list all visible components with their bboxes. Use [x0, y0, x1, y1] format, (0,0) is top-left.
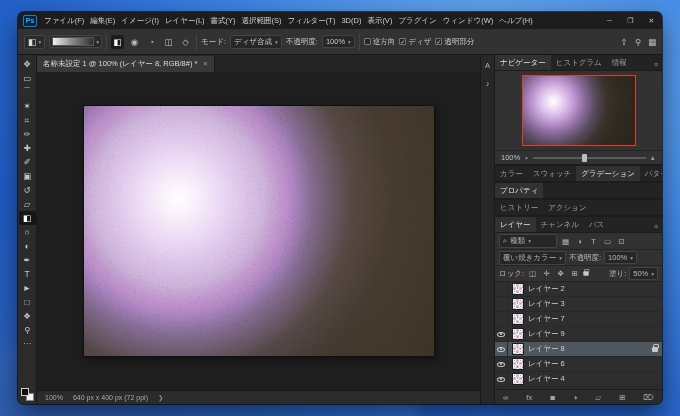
- filter-pixel-layers-icon[interactable]: ▦: [560, 235, 571, 247]
- transparency-checkbox[interactable]: 透明部分: [435, 37, 474, 47]
- type-tool[interactable]: T: [19, 267, 36, 281]
- minimize-button[interactable]: ─: [599, 12, 620, 29]
- layer-row[interactable]: レイヤー 7: [495, 312, 662, 327]
- menu-view[interactable]: 表示(V): [364, 12, 395, 29]
- opacity-select[interactable]: 100% ▾: [322, 35, 355, 48]
- filter-adjustment-layers-icon[interactable]: ◑: [574, 235, 585, 247]
- tab-swatches[interactable]: スウォッチ: [528, 166, 576, 181]
- layer-thumbnail[interactable]: [512, 313, 524, 325]
- path-selection-tool[interactable]: ►: [19, 281, 36, 295]
- layer-blend-mode-select[interactable]: 覆い焼きカラー ▾: [499, 251, 566, 265]
- layer-fill-select[interactable]: 50% ▾: [629, 267, 658, 280]
- maximize-button[interactable]: ❐: [620, 12, 641, 29]
- linear-gradient-button[interactable]: ◧: [111, 35, 124, 49]
- adjustment-layer-icon[interactable]: ◑: [573, 393, 578, 402]
- menu-file[interactable]: ファイル(F): [41, 12, 87, 29]
- tab-color[interactable]: カラー: [495, 166, 528, 181]
- slider-thumb[interactable]: [582, 154, 587, 162]
- layer-filter-type-select[interactable]: ⌕ 種類 ▾: [499, 234, 557, 248]
- menu-filter[interactable]: フィルター(T): [285, 12, 339, 29]
- menu-window[interactable]: ウィンドウ(W): [440, 12, 496, 29]
- marquee-tool[interactable]: ▭: [19, 71, 36, 85]
- navigator-proxy-view[interactable]: [522, 75, 636, 146]
- lock-pixels-icon[interactable]: ✛: [541, 268, 552, 280]
- tab-paths[interactable]: パス: [584, 217, 609, 232]
- share-icon[interactable]: ⇧: [621, 37, 628, 47]
- collapsed-panel-icon-1[interactable]: A: [485, 61, 490, 70]
- tab-patterns[interactable]: パターン: [640, 166, 662, 181]
- layer-visibility-toggle[interactable]: [495, 327, 508, 341]
- tab-gradients[interactable]: グラデーション: [576, 166, 640, 181]
- layer-opacity-select[interactable]: 100% ▾: [604, 251, 637, 264]
- clone-stamp-tool[interactable]: ▣: [19, 169, 36, 183]
- tab-navigator[interactable]: ナビゲーター: [495, 55, 551, 70]
- lock-position-icon[interactable]: ✥: [555, 268, 566, 280]
- gradient-tool[interactable]: ◧: [19, 211, 36, 225]
- zoom-out-icon[interactable]: ▲: [524, 155, 528, 160]
- layer-thumbnail[interactable]: [512, 373, 524, 385]
- zoom-tool[interactable]: ⚲: [19, 323, 36, 337]
- new-layer-icon[interactable]: ⊞: [619, 393, 625, 402]
- layer-visibility-toggle[interactable]: [495, 372, 508, 386]
- layer-thumbnail[interactable]: [512, 283, 524, 295]
- edit-toolbar-icon[interactable]: ⋯: [19, 337, 36, 349]
- filter-smart-object-icon[interactable]: ⊡: [616, 235, 627, 247]
- status-options-chevron-icon[interactable]: ❯: [158, 394, 163, 402]
- layer-effects-icon[interactable]: fx: [526, 393, 532, 402]
- tab-properties[interactable]: プロパティ: [495, 183, 543, 198]
- filter-shape-layers-icon[interactable]: ▭: [602, 235, 613, 247]
- menu-3d[interactable]: 3D(D): [338, 12, 364, 29]
- menu-plugins[interactable]: プラグイン: [395, 12, 439, 29]
- diamond-gradient-button[interactable]: ◇: [179, 35, 192, 49]
- tab-info[interactable]: 情報: [607, 55, 632, 70]
- lasso-tool[interactable]: ⌒: [19, 85, 36, 99]
- close-button[interactable]: ✕: [641, 12, 662, 29]
- dodge-tool[interactable]: ◐: [19, 239, 36, 253]
- layer-mask-icon[interactable]: ◙: [550, 393, 555, 402]
- layer-thumbnail[interactable]: [512, 358, 524, 370]
- foreground-color-swatch[interactable]: [21, 388, 29, 396]
- angle-gradient-button[interactable]: ◔: [145, 35, 158, 49]
- status-zoom-field[interactable]: 100%: [45, 394, 63, 401]
- layer-row[interactable]: レイヤー 4: [495, 372, 662, 387]
- dither-checkbox[interactable]: ディザ: [399, 37, 431, 47]
- shape-tool[interactable]: □: [19, 295, 36, 309]
- move-tool[interactable]: ✥: [19, 57, 36, 71]
- layer-thumbnail[interactable]: [512, 328, 524, 340]
- search-icon[interactable]: ⚲: [635, 37, 641, 47]
- color-swatches[interactable]: [21, 388, 34, 401]
- brush-tool[interactable]: ✐: [19, 155, 36, 169]
- zoom-in-icon[interactable]: ▲: [650, 154, 656, 161]
- eyedropper-tool[interactable]: ✑: [19, 127, 36, 141]
- menu-help[interactable]: ヘルプ(H): [496, 12, 535, 29]
- tab-histogram[interactable]: ヒストグラム: [551, 55, 607, 70]
- link-layers-icon[interactable]: ∞: [503, 393, 508, 402]
- blur-tool[interactable]: ○: [19, 225, 36, 239]
- history-brush-tool[interactable]: ↺: [19, 183, 36, 197]
- layer-thumbnail[interactable]: [512, 343, 524, 355]
- layer-group-icon[interactable]: ▱: [595, 393, 601, 402]
- gradient-picker[interactable]: ▾: [49, 35, 102, 48]
- tab-channels[interactable]: チャンネル: [536, 217, 584, 232]
- canvas-area[interactable]: [37, 72, 480, 390]
- canvas-image[interactable]: [84, 106, 434, 356]
- delete-layer-icon[interactable]: ⌦: [643, 393, 654, 402]
- hand-tool[interactable]: ❖: [19, 309, 36, 323]
- filter-type-layers-icon[interactable]: T: [588, 235, 599, 247]
- tab-close-icon[interactable]: ✕: [202, 60, 207, 68]
- layer-row[interactable]: レイヤー 6: [495, 357, 662, 372]
- blend-mode-select[interactable]: ディザ合成 ▾: [230, 35, 282, 49]
- tab-layers[interactable]: レイヤー: [495, 217, 536, 232]
- layer-row[interactable]: レイヤー 2: [495, 282, 662, 297]
- layer-visibility-toggle[interactable]: [495, 312, 508, 326]
- collapsed-panel-icon-2[interactable]: ♪: [486, 79, 490, 88]
- navigator-zoom-slider[interactable]: [533, 157, 646, 159]
- navigator-zoom-value[interactable]: 100%: [501, 153, 520, 162]
- layer-visibility-toggle[interactable]: [495, 297, 508, 311]
- eraser-tool[interactable]: ▱: [19, 197, 36, 211]
- lock-all-icon[interactable]: [583, 271, 588, 276]
- panel-menu-icon[interactable]: ≡: [650, 61, 662, 70]
- menu-edit[interactable]: 編集(E): [87, 12, 118, 29]
- reverse-checkbox[interactable]: 逆方向: [364, 37, 396, 47]
- layer-visibility-toggle[interactable]: [495, 357, 508, 371]
